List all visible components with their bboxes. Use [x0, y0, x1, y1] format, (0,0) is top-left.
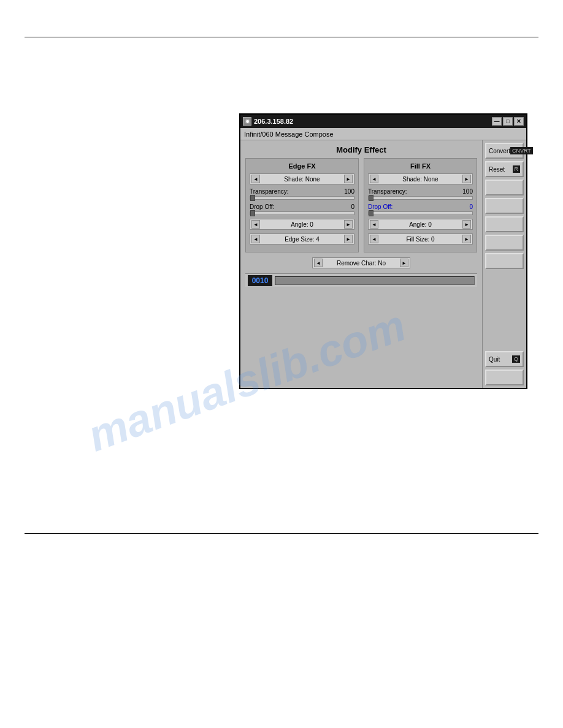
main-window: ⊞ 206.3.158.82 — □ ✕ Infinit/060 Message… — [239, 113, 527, 389]
fill-shade-up[interactable]: ► — [462, 175, 471, 183]
edge-size-label: Edge Size: 4 — [260, 236, 344, 243]
window-title: 206.3.158.82 — [254, 118, 293, 125]
menu-label: Infinit/060 Message Compose — [244, 131, 334, 138]
edge-angle-down[interactable]: ◄ — [251, 220, 260, 229]
fill-transparency-track[interactable] — [368, 196, 473, 200]
edge-transparency-track[interactable] — [250, 196, 354, 200]
fill-dropoff-row: Drop Off: 0 — [368, 203, 473, 215]
status-bar-text — [275, 276, 475, 285]
remove-char-spinner[interactable]: ◄ Remove Char: No ► — [312, 257, 410, 268]
reset-label: Reset — [489, 166, 505, 173]
fx-row: Edge FX ◄ Shade: None ► — [245, 158, 477, 252]
fill-size-spinner[interactable]: ◄ Fill Size: 0 ► — [368, 233, 473, 245]
fill-size-up[interactable]: ► — [462, 235, 471, 243]
title-bar-left: ⊞ 206.3.158.82 — [243, 117, 293, 126]
fill-dropoff-label: Drop Off: 0 — [368, 203, 473, 210]
convert-label: Convert — [489, 148, 510, 154]
fill-angle-spinner[interactable]: ◄ Angle: 0 ► — [368, 219, 473, 230]
edge-fx-box: Edge FX ◄ Shade: None ► — [245, 158, 359, 252]
edge-shade-spinner[interactable]: ◄ Shade: None ► — [250, 173, 354, 184]
main-panel: Modify Effect Edge FX ◄ Shade: None ► — [240, 140, 482, 388]
fill-angle-up[interactable]: ► — [462, 220, 471, 229]
minimize-button[interactable]: — — [492, 117, 502, 126]
fill-shade-label: Shade: None — [378, 176, 462, 183]
reset-button[interactable]: Reset R — [485, 161, 524, 177]
title-bar: ⊞ 206.3.158.82 — □ ✕ — [240, 115, 526, 128]
fill-transparency-row: Transparency: 100 — [368, 188, 473, 200]
quit-button[interactable]: Quit Q — [485, 351, 524, 367]
empty-btn-1 — [485, 180, 524, 195]
fill-fx-box: Fill FX ◄ Shade: None ► — [364, 158, 477, 252]
fill-shade-down[interactable]: ◄ — [370, 175, 378, 183]
quit-shortcut: Q — [512, 355, 520, 363]
top-divider — [25, 37, 538, 37]
edge-size-row: ◄ Edge Size: 4 ► — [250, 233, 354, 245]
edge-dropoff-track[interactable] — [250, 211, 354, 215]
fill-transparency-thumb[interactable] — [369, 195, 373, 201]
edge-fx-title: Edge FX — [250, 162, 354, 170]
reset-shortcut: R — [513, 165, 521, 173]
edge-shade-label: Shade: None — [260, 176, 344, 183]
edge-angle-spinner[interactable]: ◄ Angle: 0 ► — [250, 219, 354, 230]
fill-size-down[interactable]: ◄ — [370, 235, 378, 243]
convert-shortcut: CNVRT — [510, 147, 533, 154]
remove-char-down[interactable]: ◄ — [314, 259, 323, 267]
remove-char-row: ◄ Remove Char: No ► — [245, 257, 477, 268]
menu-bar: Infinit/060 Message Compose — [240, 128, 526, 140]
fill-angle-label: Angle: 0 — [378, 221, 462, 228]
fill-shade-spinner[interactable]: ◄ Shade: None ► — [368, 173, 473, 184]
panel-title: Modify Effect — [245, 145, 477, 154]
remove-char-up[interactable]: ► — [400, 259, 408, 267]
convert-button[interactable]: Convert CNVRT — [485, 143, 524, 159]
fill-fx-title: Fill FX — [368, 162, 473, 170]
page-container: manualslib.com ⊞ 206.3.158.82 — □ ✕ Infi… — [0, 0, 563, 728]
edge-transparency-thumb[interactable] — [250, 195, 255, 201]
fill-shade-row: ◄ Shade: None ► — [368, 173, 473, 184]
edge-angle-label: Angle: 0 — [260, 221, 344, 228]
fill-angle-row: ◄ Angle: 0 ► — [368, 219, 473, 230]
fill-dropoff-track[interactable] — [368, 211, 473, 215]
edge-shade-row: ◄ Shade: None ► — [250, 173, 354, 184]
fill-angle-down[interactable]: ◄ — [370, 220, 378, 229]
quit-label: Quit — [489, 356, 500, 363]
empty-btn-4 — [485, 235, 524, 251]
empty-btn-6 — [485, 370, 524, 385]
edge-dropoff-thumb[interactable] — [250, 210, 255, 216]
title-bar-controls[interactable]: — □ ✕ — [492, 117, 524, 126]
edge-size-spinner[interactable]: ◄ Edge Size: 4 ► — [250, 233, 354, 245]
edge-transparency-row: Transparency: 100 — [250, 188, 354, 200]
fill-size-label: Fill Size: 0 — [378, 236, 462, 243]
edge-transparency-label: Transparency: 100 — [250, 188, 354, 195]
fill-transparency-label: Transparency: 100 — [368, 188, 473, 195]
edge-angle-up[interactable]: ► — [344, 220, 353, 229]
edge-shade-down[interactable]: ◄ — [251, 175, 260, 183]
fill-dropoff-thumb[interactable] — [369, 210, 373, 216]
remove-char-label: Remove Char: No — [323, 260, 400, 267]
status-number: 0010 — [248, 275, 272, 286]
empty-btn-3 — [485, 216, 524, 232]
close-button[interactable]: ✕ — [514, 117, 524, 126]
edge-shade-up[interactable]: ► — [344, 175, 353, 183]
edge-dropoff-label: Drop Off: 0 — [250, 203, 354, 210]
edge-size-up[interactable]: ► — [344, 235, 353, 243]
content-area: Modify Effect Edge FX ◄ Shade: None ► — [240, 140, 526, 388]
maximize-button[interactable]: □ — [503, 117, 513, 126]
empty-btn-2 — [485, 198, 524, 214]
edge-angle-row: ◄ Angle: 0 ► — [250, 219, 354, 230]
edge-size-down[interactable]: ◄ — [251, 235, 260, 243]
empty-btn-5 — [485, 253, 524, 269]
bottom-divider — [25, 533, 538, 534]
edge-dropoff-row: Drop Off: 0 — [250, 203, 354, 215]
right-panel: Convert CNVRT Reset R Quit Q — [482, 140, 526, 388]
fill-size-row: ◄ Fill Size: 0 ► — [368, 233, 473, 245]
app-icon: ⊞ — [243, 117, 251, 126]
status-bar: 0010 — [245, 273, 477, 287]
